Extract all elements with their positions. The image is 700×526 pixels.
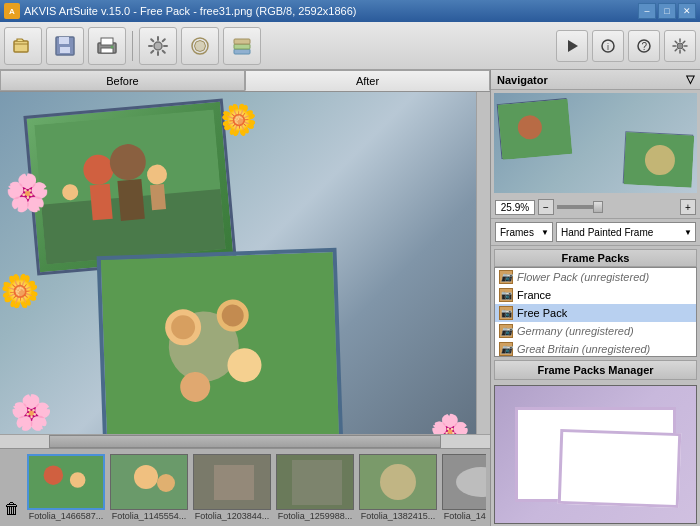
settings-button[interactable] <box>139 27 177 65</box>
thumbnail-item[interactable]: Fotolia_1145554... <box>109 454 189 521</box>
thumb-label-2: Fotolia_1145554... <box>110 511 188 521</box>
svg-rect-43 <box>214 465 254 500</box>
flower-decoration-2: 🌼 <box>0 272 40 310</box>
effects-button[interactable] <box>181 27 219 65</box>
fp-icon-2: 📷 <box>499 288 513 302</box>
photo-frame-1 <box>23 99 236 276</box>
nav-frame-2 <box>623 131 694 186</box>
svg-rect-12 <box>234 39 250 44</box>
svg-point-8 <box>154 42 162 50</box>
title-left: A AKVIS ArtSuite v.15.0 - Free Pack - fr… <box>4 3 356 19</box>
save-button[interactable] <box>46 27 84 65</box>
thumbnail-item[interactable]: Fotolia_1203844... <box>192 454 272 521</box>
hscroll-thumb[interactable] <box>49 435 441 448</box>
thumb-image-4 <box>276 454 354 510</box>
fp-item-germany[interactable]: 📷 Germany (unregistered) <box>495 322 696 340</box>
after-tab[interactable]: After <box>245 70 490 91</box>
zoom-out-button[interactable]: − <box>538 199 554 215</box>
thumb-label-1: Fotolia_1466587... <box>27 511 105 521</box>
toolbar: i ? <box>0 22 700 70</box>
fp-icon-5: 📷 <box>499 342 513 356</box>
main-area: Before After <box>0 70 700 526</box>
svg-point-47 <box>380 464 416 500</box>
fp-item-britain[interactable]: 📷 Great Britain (unregistered) <box>495 340 696 357</box>
svg-rect-24 <box>117 179 144 221</box>
navigator-header: Navigator ▽ <box>491 70 700 90</box>
thumbnail-strip: 🗑 Fotolia_1466587... Fotolia_1145554... <box>0 448 490 526</box>
flower-decoration-1: 🌸 <box>5 172 50 214</box>
fp-preview-inner-2 <box>558 429 681 509</box>
canvas-hscroll[interactable] <box>0 434 490 448</box>
fp-item-free[interactable]: 📷 Free Pack <box>495 304 696 322</box>
svg-point-18 <box>677 43 683 49</box>
photo-inner-1 <box>27 102 234 272</box>
thumbnail-item[interactable]: Fotolia_1466587... <box>26 454 106 521</box>
window-title: AKVIS ArtSuite v.15.0 - Free Pack - free… <box>24 5 356 17</box>
svg-point-37 <box>44 465 63 484</box>
nav-frame-inner-1 <box>498 99 570 158</box>
navigator-canvas[interactable] <box>494 93 697 193</box>
canvas-image: 🌸 🌼 🌸 🌼 🌸 <box>0 92 490 434</box>
flower-decoration-3: 🌸 <box>10 392 52 432</box>
help-button[interactable]: ? <box>628 30 660 62</box>
photo-frame-main <box>97 248 344 434</box>
thumb-label-5: Fotolia_1382415... <box>359 511 437 521</box>
type-dropdown-arrow: ▼ <box>684 228 692 237</box>
svg-rect-10 <box>234 49 250 54</box>
zoom-slider[interactable] <box>557 205 677 209</box>
svg-point-41 <box>157 474 175 492</box>
title-bar: A AKVIS ArtSuite v.15.0 - Free Pack - fr… <box>0 0 700 22</box>
thumbnail-item[interactable]: Fotolia_1452335... <box>441 454 486 521</box>
svg-point-7 <box>111 45 114 48</box>
fp-item-france[interactable]: 📷 France <box>495 286 696 304</box>
svg-rect-5 <box>101 38 113 45</box>
category-dropdown-arrow: ▼ <box>541 228 549 237</box>
zoom-bar: 25.9% − + <box>491 196 700 219</box>
print-button[interactable] <box>88 27 126 65</box>
thumb-image-5 <box>359 454 437 510</box>
canvas-viewport[interactable]: 🌸 🌼 🌸 🌼 🌸 <box>0 92 490 434</box>
svg-rect-2 <box>59 37 69 44</box>
close-button[interactable]: ✕ <box>678 3 696 19</box>
thumbnail-item[interactable]: Fotolia_1382415... <box>358 454 438 521</box>
fp-icon-4: 📷 <box>499 324 513 338</box>
layers-button[interactable] <box>223 27 261 65</box>
right-panel: Navigator ▽ 25.9% − <box>490 70 700 526</box>
play-button[interactable] <box>556 30 588 62</box>
type-dropdown[interactable]: Hand Painted Frame ▼ <box>556 222 696 242</box>
preferences-button[interactable] <box>664 30 696 62</box>
svg-rect-26 <box>150 184 166 210</box>
fp-item-flower[interactable]: 📷 Flower Pack (unregistered) <box>495 268 696 286</box>
before-tab[interactable]: Before <box>0 70 245 91</box>
window-controls: – □ ✕ <box>638 3 696 19</box>
toolbar-right: i ? <box>556 30 696 62</box>
svg-rect-6 <box>101 48 113 53</box>
fp-icon-3: 📷 <box>499 306 513 320</box>
frame-packs-list[interactable]: 📷 Flower Pack (unregistered) 📷 France 📷 … <box>494 267 697 357</box>
fp-preview <box>495 386 696 523</box>
maximize-button[interactable]: □ <box>658 3 676 19</box>
frame-packs-manager-button[interactable]: Frame Packs Manager <box>494 360 697 380</box>
thumbnail-item[interactable]: Fotolia_1259988... <box>275 454 355 521</box>
svg-rect-22 <box>90 184 113 221</box>
open-button[interactable] <box>4 27 42 65</box>
canvas-area: Before After <box>0 70 490 526</box>
thumb-image-2 <box>110 454 188 510</box>
nav-frame-inner-2 <box>624 132 693 185</box>
thumb-label-3: Fotolia_1203844... <box>193 511 271 521</box>
delete-icon[interactable]: 🗑 <box>4 500 20 518</box>
zoom-slider-thumb[interactable] <box>593 201 603 213</box>
app-icon: A <box>4 3 20 19</box>
zoom-in-button[interactable]: + <box>680 199 696 215</box>
zoom-value: 25.9% <box>495 200 535 215</box>
category-dropdown[interactable]: Frames ▼ <box>495 222 553 242</box>
thumb-image-1 <box>27 454 105 510</box>
navigator-collapse-btn[interactable]: ▽ <box>686 73 694 86</box>
canvas-scroll-right[interactable] <box>476 92 490 434</box>
thumb-image-3 <box>193 454 271 510</box>
minimize-button[interactable]: – <box>638 3 656 19</box>
thumb-image-6 <box>442 454 486 510</box>
info-button[interactable]: i <box>592 30 624 62</box>
thumb-label-4: Fotolia_1259988... <box>276 511 354 521</box>
thumb-wrapper: Fotolia_1466587... Fotolia_1145554... Fo… <box>26 454 486 521</box>
